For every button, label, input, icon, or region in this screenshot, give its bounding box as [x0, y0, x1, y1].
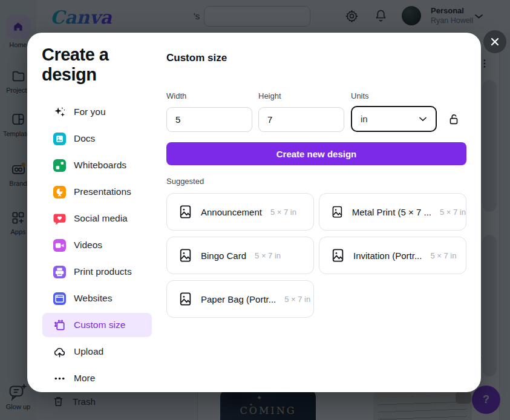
menu-item-label: Websites — [74, 293, 112, 304]
suggestion-card-invitation[interactable]: Invitation (Portr... 5 × 7 in — [319, 237, 466, 274]
custom-size-icon — [53, 319, 66, 332]
menu-item-label: Custom size — [74, 320, 125, 330]
menu-item-custom-size[interactable]: Custom size — [42, 313, 152, 337]
image-placeholder-icon — [332, 248, 345, 263]
menu-item-presentations[interactable]: Presentations — [42, 180, 152, 204]
more-dots-icon — [53, 372, 66, 385]
close-icon — [490, 37, 500, 47]
social-media-icon — [53, 212, 66, 225]
suggestion-card-metal-print[interactable]: Metal Print (5 × 7 ... 5 × 7 in — [319, 193, 466, 231]
suggestion-card-announcement[interactable]: Announcement 5 × 7 in — [166, 193, 314, 231]
suggestion-size: 5 × 7 in — [270, 208, 296, 217]
print-products-icon — [53, 266, 66, 278]
suggestion-name: Metal Print (5 × 7 ... — [352, 207, 431, 217]
image-placeholder-icon — [179, 292, 192, 307]
image-placeholder-icon — [332, 205, 344, 220]
websites-icon — [53, 292, 66, 305]
menu-item-label: More — [74, 373, 95, 384]
presentations-icon — [53, 186, 66, 199]
suggestion-name: Paper Bag (Portr... — [201, 294, 276, 304]
menu-item-videos[interactable]: Videos — [42, 233, 152, 257]
menu-item-label: Docs — [74, 133, 95, 144]
lock-aspect-button[interactable] — [447, 112, 462, 126]
videos-icon — [53, 239, 66, 252]
menu-item-more[interactable]: More — [42, 366, 152, 390]
suggestion-size: 5 × 7 in — [255, 251, 281, 260]
menu-item-websites[interactable]: Websites — [42, 286, 152, 310]
menu-item-social-media[interactable]: Social media — [42, 206, 152, 231]
lock-open-icon — [447, 112, 460, 126]
menu-item-docs[interactable]: Docs — [42, 126, 152, 151]
width-label: Width — [166, 91, 186, 100]
height-input[interactable] — [258, 107, 344, 132]
modal-title: Create a design — [42, 45, 157, 85]
menu-item-label: Whiteboards — [74, 160, 126, 171]
height-label: Height — [258, 91, 281, 100]
create-new-design-button[interactable]: Create new design — [166, 142, 466, 165]
suggestion-size: 5 × 7 in — [440, 208, 466, 217]
menu-item-label: Print products — [74, 266, 132, 277]
units-label: Units — [351, 91, 369, 100]
panel-heading: Custom size — [166, 52, 227, 64]
suggestion-name: Announcement — [201, 207, 262, 217]
image-placeholder-icon — [179, 205, 192, 220]
suggestion-card-paper-bag[interactable]: Paper Bag (Portr... 5 × 7 in — [166, 280, 314, 318]
menu-item-for-you[interactable]: For you — [42, 100, 152, 124]
menu-item-label: Upload — [74, 346, 103, 357]
menu-item-whiteboards[interactable]: Whiteboards — [42, 153, 152, 177]
width-input[interactable] — [166, 107, 252, 132]
chevron-down-icon — [419, 116, 427, 122]
units-select[interactable]: in — [351, 106, 437, 132]
image-placeholder-icon — [179, 248, 192, 263]
close-modal-button[interactable] — [483, 30, 506, 53]
docs-icon — [53, 133, 66, 145]
menu-item-label: For you — [74, 107, 106, 117]
menu-item-upload[interactable]: Upload — [42, 340, 152, 364]
menu-item-print-products[interactable]: Print products — [42, 260, 152, 284]
suggestion-size: 5 × 7 in — [284, 295, 310, 304]
sparkles-icon — [53, 106, 66, 119]
suggestion-name: Invitation (Portr... — [353, 251, 422, 261]
screen: Home Projects Templates Brand Apps Glow … — [0, 0, 510, 420]
menu-item-label: Presentations — [74, 186, 131, 197]
suggestion-size: 5 × 7 in — [430, 251, 456, 260]
suggestion-card-bingo-card[interactable]: Bingo Card 5 × 7 in — [166, 237, 314, 274]
whiteboards-icon — [53, 159, 66, 172]
suggestion-name: Bingo Card — [201, 251, 246, 261]
menu-item-label: Videos — [74, 240, 102, 251]
suggested-label: Suggested — [166, 177, 204, 186]
upload-icon — [53, 346, 66, 358]
menu-item-label: Social media — [74, 213, 128, 224]
create-design-modal: Create a design For you Docs Whiteboards… — [27, 33, 481, 392]
units-value: in — [361, 114, 368, 124]
